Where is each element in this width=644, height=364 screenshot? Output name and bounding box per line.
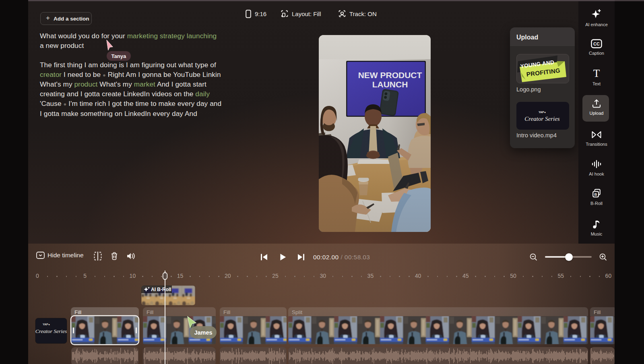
svg-text:Creator Series: Creator Series	[35, 328, 67, 334]
svg-text:Fill: Fill	[147, 309, 153, 315]
svg-text:Split: Split	[292, 309, 303, 315]
svg-text:YAP●: YAP●	[43, 323, 50, 326]
svg-text:B: B	[594, 192, 597, 196]
svg-text:James: James	[194, 329, 212, 336]
svg-text:Creator Series: Creator Series	[524, 116, 560, 122]
svg-text:T: T	[593, 68, 600, 79]
svg-text:YAP●: YAP●	[539, 111, 546, 114]
svg-text:CC: CC	[593, 41, 600, 46]
svg-text:AI B-Roll: AI B-Roll	[151, 287, 171, 292]
svg-text:Fill: Fill	[223, 309, 230, 315]
svg-text:Fill: Fill	[74, 309, 81, 315]
svg-text:Fill: Fill	[594, 309, 601, 315]
